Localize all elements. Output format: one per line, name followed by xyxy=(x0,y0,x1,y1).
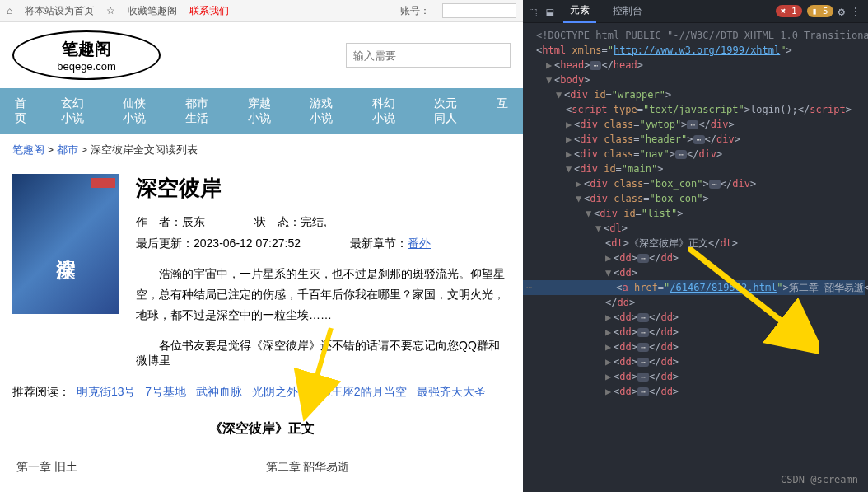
book-description: 浩瀚的宇宙中，一片星系的生灭，也不过是刹那的斑驳流光。仰望星空，总有种结局已注定… xyxy=(136,264,511,326)
latest-label: 最新章节： xyxy=(350,237,408,250)
book-title: 深空彼岸 xyxy=(136,174,511,203)
nav-xuanhuan[interactable]: 玄幻小说 xyxy=(46,88,109,134)
main-nav: 首页 玄幻小说 仙侠小说 都市生活 穿越小说 游戏小说 科幻小说 次元同人 互 xyxy=(0,88,523,134)
watermark: CSDN @screamn xyxy=(781,474,858,485)
rec-link[interactable]: 最强齐天大圣 xyxy=(417,385,486,398)
nav-ciyuan[interactable]: 次元同人 xyxy=(419,88,482,134)
nav-dushi[interactable]: 都市生活 xyxy=(170,88,233,134)
rec-link[interactable]: 7号基地 xyxy=(145,385,186,398)
update-value: 2023-06-12 07:27:52 xyxy=(194,237,301,250)
rec-label: 推荐阅读： xyxy=(12,385,70,398)
chapter-list-heading: 《深空彼岸》正文 xyxy=(0,408,523,450)
nav-home[interactable]: 首页 xyxy=(0,88,46,134)
device-icon[interactable]: ⬓ xyxy=(546,5,553,18)
logo-domain: beqege.com xyxy=(57,60,116,73)
nav-youxi[interactable]: 游戏小说 xyxy=(295,88,357,134)
star-icon: ☆ xyxy=(106,5,115,16)
status-label: 状 态： xyxy=(254,215,301,228)
chapter-link[interactable]: 第二章 韶华易逝 xyxy=(266,460,350,473)
contact-link[interactable]: 联系我们 xyxy=(189,4,229,18)
nav-chuanyue[interactable]: 穿越小说 xyxy=(233,88,296,134)
dom-tree[interactable]: <!DOCTYPE html PUBLIC "-//W3C//DTD XHTML… xyxy=(523,23,868,404)
rec-link[interactable]: 武神血脉 xyxy=(196,385,242,398)
more-icon[interactable]: ⋮ xyxy=(850,5,861,18)
account-input[interactable] xyxy=(442,3,516,18)
nav-more[interactable]: 互 xyxy=(482,88,523,134)
breadcrumb: 笔趣阁 > 都市 > 深空彼岸全文阅读列表 xyxy=(0,134,523,166)
account-label: 账号： xyxy=(400,4,430,18)
favorite-link[interactable]: 收藏笔趣阁 xyxy=(128,4,177,18)
update-label: 最后更新： xyxy=(136,237,194,250)
cover-badge xyxy=(91,178,115,188)
site-logo[interactable]: 笔趣阁 beqege.com xyxy=(12,30,161,80)
tab-console[interactable]: 控制台 xyxy=(606,0,649,22)
recommendations: 推荐阅读： 明克街13号 7号基地 武神血脉 光阴之外 神印王座2皓月当空 最强… xyxy=(0,377,523,408)
set-home-link[interactable]: 将本站设为首页 xyxy=(25,4,94,18)
warning-badge[interactable]: ▮ 5 xyxy=(807,5,833,17)
chapter-list: 第一章 旧土 第二章 韶华易逝 第四章 超自然 第五章 弃若敝履 第七章 列仙不… xyxy=(0,450,523,492)
doctype: <!DOCTYPE html PUBLIC "-//W3C//DTD XHTML… xyxy=(526,28,865,43)
rec-link[interactable]: 明克街13号 xyxy=(77,385,136,398)
crumb-current: 深空彼岸全文阅读列表 xyxy=(91,143,198,156)
crumb-category[interactable]: 都市 xyxy=(57,143,78,156)
rec-link[interactable]: 神印王座2皓月当空 xyxy=(308,385,407,398)
rec-link[interactable]: 光阴之外 xyxy=(252,385,298,398)
chapter-link[interactable]: 第一章 旧土 xyxy=(16,460,77,473)
nav-xianxia[interactable]: 仙侠小说 xyxy=(108,88,170,134)
crumb-home[interactable]: 笔趣阁 xyxy=(12,143,44,156)
devtools-toolbar: ⬚ ⬓ 元素 控制台 ✖ 1 ▮ 5 ⚙ ⋮ xyxy=(523,0,868,23)
nav-kehuan[interactable]: 科幻小说 xyxy=(357,88,420,134)
latest-chapter-link[interactable]: 番外 xyxy=(408,237,431,250)
logo-text: 笔趣阁 xyxy=(62,38,111,60)
author-label: 作 者： xyxy=(136,215,182,228)
inspect-icon[interactable]: ⬚ xyxy=(530,5,536,18)
gear-icon[interactable]: ⚙ xyxy=(838,5,845,18)
search-input[interactable] xyxy=(346,43,511,68)
author-name: 辰东 xyxy=(182,215,205,228)
error-badge[interactable]: ✖ 1 xyxy=(776,5,802,17)
status-value: 完结, xyxy=(301,215,327,228)
book-note: 各位书友要是觉得《深空彼岸》还不错的话请不要忘记向您QQ群和微博里 xyxy=(136,339,511,368)
home-icon: ⌂ xyxy=(7,5,12,16)
book-cover[interactable]: 深空彼岸 xyxy=(12,174,119,314)
tab-elements[interactable]: 元素 xyxy=(563,0,596,23)
